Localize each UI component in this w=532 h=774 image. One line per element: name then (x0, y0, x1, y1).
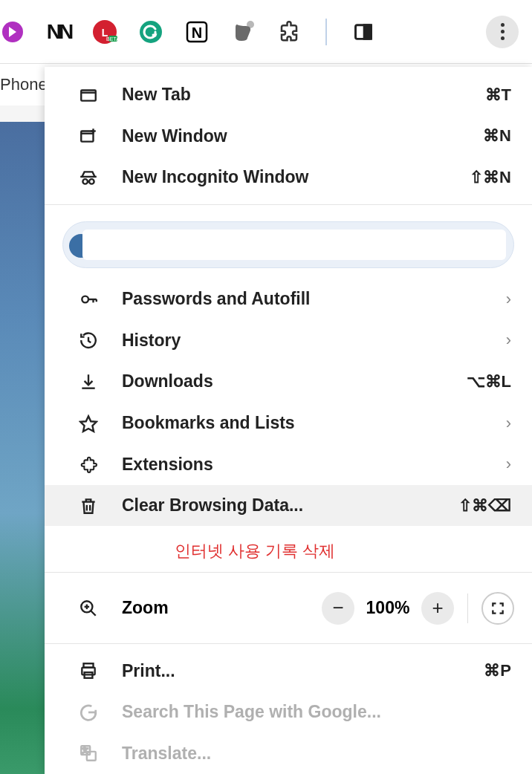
svg-text:文: 文 (82, 747, 88, 754)
zoom-out-button[interactable]: − (322, 592, 354, 625)
svg-text:BETA: BETA (106, 36, 117, 42)
extension-icon-grammarly[interactable] (138, 19, 163, 45)
fullscreen-button[interactable] (481, 592, 514, 625)
svg-point-21 (82, 296, 88, 303)
star-icon (77, 414, 100, 433)
profile-inner (82, 230, 506, 261)
download-icon (77, 372, 100, 391)
menu-shortcut: ⇧⌘N (470, 168, 511, 187)
menu-item-history[interactable]: History › (45, 320, 532, 362)
toolbar-divider (325, 19, 327, 45)
menu-label: New Tab (122, 85, 485, 105)
menu-item-new-tab[interactable]: New Tab ⌘T (45, 74, 532, 116)
trash-icon (77, 496, 100, 516)
chevron-right-icon: › (506, 331, 511, 350)
puzzle-icon (77, 455, 100, 474)
zoom-in-button[interactable]: + (421, 592, 454, 625)
menu-shortcut: ⌥⌘L (467, 372, 511, 391)
menu-label: Clear Browsing Data... (122, 495, 458, 516)
extension-icon-newspaper[interactable]: NN (46, 19, 71, 45)
menu-item-extensions[interactable]: Extensions › (45, 443, 532, 485)
menu-separator (45, 204, 532, 205)
menu-separator (45, 643, 532, 644)
menu-separator (45, 572, 532, 573)
menu-shortcut: ⌘T (485, 85, 511, 105)
menu-item-downloads[interactable]: Downloads ⌥⌘L (45, 361, 532, 403)
key-icon (77, 290, 100, 309)
zoom-label: Zoom (122, 598, 322, 618)
menu-item-passwords[interactable]: Passwords and Autofill › (45, 279, 532, 320)
menu-item-incognito[interactable]: New Incognito Window ⇧⌘N (45, 157, 532, 198)
history-icon (77, 331, 100, 350)
zoom-divider (467, 593, 468, 623)
page-background-strip (0, 122, 45, 774)
zoom-in-icon (77, 599, 100, 618)
svg-point-5 (140, 21, 162, 43)
menu-label: Downloads (122, 371, 467, 391)
svg-point-18 (82, 179, 88, 184)
browser-main-menu: New Tab ⌘T New Window ⌘N New Incognito W… (45, 67, 532, 774)
incognito-icon (77, 168, 100, 187)
annotation-text: 인터넷 사용 기록 삭제 (175, 540, 335, 562)
menu-item-bookmarks[interactable]: Bookmarks and Lists › (45, 403, 532, 444)
print-icon (77, 661, 100, 680)
extension-puzzle-icon[interactable] (276, 19, 302, 45)
svg-text:N: N (192, 25, 202, 41)
browser-toolbar: NN LBETA N (0, 0, 532, 64)
menu-item-translate: 文 Translate... (45, 732, 532, 774)
menu-label: New Incognito Window (122, 167, 470, 187)
menu-label: History (122, 331, 506, 351)
menu-label: Search This Page with Google... (122, 702, 511, 722)
new-tab-icon (77, 85, 100, 105)
svg-point-19 (89, 179, 94, 184)
profile-row[interactable] (62, 221, 514, 269)
svg-marker-27 (80, 416, 97, 432)
menu-shortcut: ⌘P (484, 661, 511, 680)
svg-rect-10 (364, 25, 371, 39)
menu-item-print[interactable]: Print... ⌘P (45, 650, 532, 692)
extension-icon-notion[interactable]: N (184, 19, 210, 45)
chevron-right-icon: › (506, 414, 511, 433)
google-icon (77, 703, 100, 722)
extension-icon-evernote[interactable] (230, 19, 256, 45)
extension-icon-lastpass[interactable]: LBETA (92, 19, 117, 45)
chevron-right-icon: › (506, 290, 511, 309)
menu-label: Print... (122, 661, 484, 681)
menu-shortcut: ⇧⌘⌫ (458, 496, 511, 516)
menu-label: Passwords and Autofill (122, 289, 506, 309)
menu-item-clear-browsing-data[interactable]: Clear Browsing Data... ⇧⌘⌫ (45, 485, 532, 527)
menu-item-zoom: Zoom − 100% + (45, 579, 532, 637)
new-window-icon (77, 126, 100, 146)
menu-label: Translate... (122, 744, 511, 764)
zoom-value: 100% (354, 598, 421, 618)
menu-item-search-page: Search This Page with Google... (45, 692, 532, 733)
translate-icon: 文 (77, 744, 100, 763)
menu-item-new-window[interactable]: New Window ⌘N (45, 116, 532, 157)
chevron-right-icon: › (506, 455, 511, 474)
menu-label: Bookmarks and Lists (122, 413, 506, 433)
sidepanel-icon[interactable] (351, 19, 376, 45)
svg-line-31 (91, 611, 96, 616)
menu-label: New Window (122, 126, 483, 146)
tab-label[interactable]: Phone (0, 75, 48, 94)
menu-label: Extensions (122, 455, 506, 475)
menu-shortcut: ⌘N (483, 126, 511, 146)
extension-icon-generic[interactable] (0, 19, 25, 45)
kebab-menu-button[interactable] (486, 16, 519, 48)
